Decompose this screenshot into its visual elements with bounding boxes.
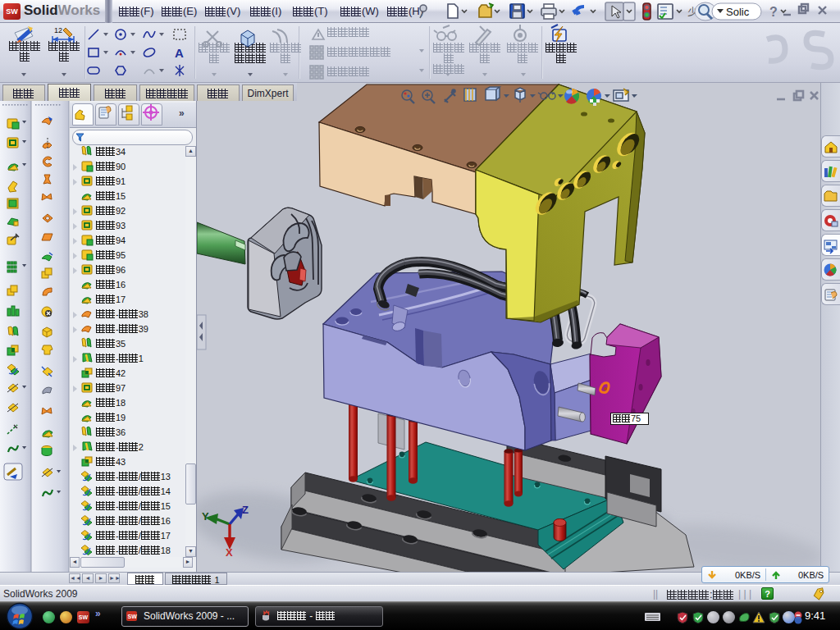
svg-text:SW: SW	[128, 614, 138, 619]
svg-text:X: X	[226, 546, 233, 559]
svg-text:A: A	[175, 46, 184, 60]
svg-text:Y: Y	[202, 510, 209, 523]
svg-text:12: 12	[54, 26, 62, 34]
svg-text:?: ?	[769, 5, 778, 19]
svg-text:Solic: Solic	[726, 6, 750, 18]
svg-text:Z: Z	[242, 504, 249, 516]
